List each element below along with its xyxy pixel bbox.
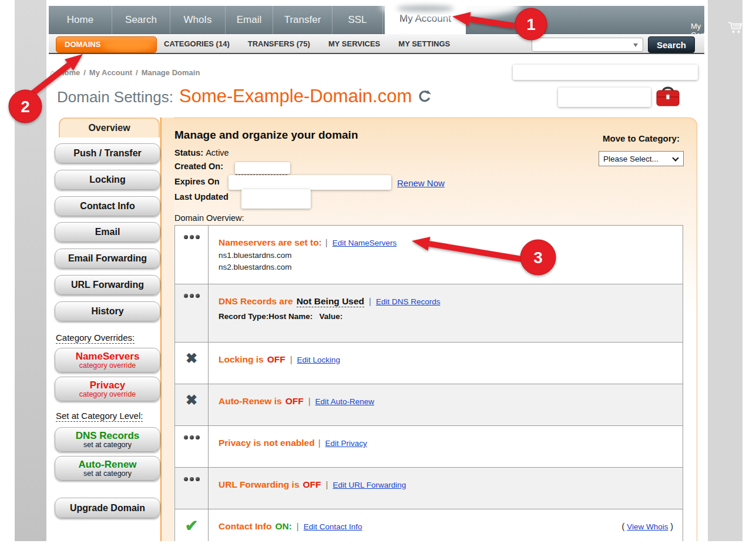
subnav-item-my-settings[interactable]: MY SETTINGS — [398, 39, 450, 48]
category-label: Auto-Renew — [78, 459, 136, 470]
status-value: Active — [206, 148, 229, 157]
desktop-edge-left — [15, 0, 46, 541]
edit-nameservers-link[interactable]: Edit NameServers — [332, 239, 397, 247]
row-title: Nameservers are set to: — [219, 237, 322, 248]
domain-overview-label: Domain Overview: — [174, 213, 244, 223]
domains-tab-label: DOMAINS — [65, 40, 100, 49]
domain-search-combobox[interactable] — [532, 38, 643, 52]
breadcrumb-home[interactable]: Home — [59, 68, 80, 77]
redacted-created-date — [235, 162, 290, 174]
tab-search[interactable]: Search — [112, 6, 170, 34]
account-sub-navigation: DOMAINS CATEGORIES (14) TRANSFERS (75) M… — [49, 34, 704, 54]
override-sublabel: category override — [79, 391, 136, 398]
table-row-privacy: Privacy is not enabled | Edit Privacy — [175, 425, 683, 467]
sidebar-item-auto-renew-category[interactable]: Auto-Renew set at category — [55, 456, 160, 481]
override-label: NameServers — [76, 351, 140, 362]
tab-email[interactable]: Email — [226, 6, 273, 34]
table-row-url-forwarding: URL Forwarding is OFF | Edit URL Forward… — [175, 467, 683, 509]
tab-whois[interactable]: WhoIs — [170, 6, 226, 34]
tab-home[interactable]: Home — [49, 6, 112, 34]
pending-dots-icon — [175, 226, 209, 284]
redacted-box — [558, 88, 651, 107]
redaction-blur-tab — [397, 5, 454, 12]
refresh-icon[interactable] — [418, 89, 432, 103]
top-navigation-bar: Home Search WhoIs Email Transfer SSL My … — [49, 6, 704, 34]
breadcrumb-my-account[interactable]: My Account — [89, 68, 132, 77]
row-title: Contact Info — [219, 521, 271, 532]
row-title: Privacy is not enabled — [219, 438, 315, 448]
category-sublabel: set at category — [83, 441, 132, 449]
subnav-items: CATEGORIES (14) TRANSFERS (75) MY SERVIC… — [164, 34, 450, 53]
status-line: Status: Active — [174, 148, 229, 157]
override-label: Privacy — [90, 380, 126, 391]
subnav-item-my-services[interactable]: MY SERVICES — [328, 39, 380, 48]
sidebar-item-history[interactable]: History — [55, 301, 160, 321]
redaction-blur-domains-count — [102, 39, 154, 52]
table-row-auto-renew: ✖ Auto-Renew is OFF | Edit Auto-Renew — [175, 384, 683, 425]
search-button[interactable]: Search — [648, 36, 695, 53]
expires-on-label: Expires On — [174, 177, 220, 186]
edit-auto-renew-link[interactable]: Edit Auto-Renew — [315, 397, 375, 406]
domain-overview-table: Nameservers are set to: | Edit NameServe… — [174, 225, 683, 547]
row-status: OFF — [267, 354, 285, 365]
edit-privacy-link[interactable]: Edit Privacy — [325, 439, 367, 448]
page-root: Home Search WhoIs Email Transfer SSL My … — [0, 0, 756, 547]
override-sublabel: category override — [79, 362, 136, 370]
subnav-item-domains-active[interactable]: DOMAINS — [56, 36, 157, 53]
sidebar-item-locking[interactable]: Locking — [55, 170, 160, 190]
sidebar-item-url-forwarding[interactable]: URL Forwarding — [55, 275, 160, 295]
subnav-item-transfers[interactable]: TRANSFERS (75) — [248, 39, 310, 48]
sidebar-item-privacy-override[interactable]: Privacy category override — [55, 377, 160, 401]
row-status: ON: — [275, 521, 291, 532]
edit-contact-info-link[interactable]: Edit Contact Info — [304, 522, 362, 531]
move-to-category-select[interactable]: Please Select... — [599, 151, 684, 166]
tab-transfer[interactable]: Transfer — [273, 6, 332, 34]
cart-icon[interactable] — [727, 21, 744, 34]
edit-url-forwarding-link[interactable]: Edit URL Forwarding — [332, 481, 406, 489]
row-status: OFF — [285, 396, 304, 407]
view-whois-link[interactable]: View Whois — [627, 522, 668, 531]
upgrade-domain-button[interactable]: Upgrade Domain — [55, 498, 160, 518]
category-label: DNS Records — [76, 431, 140, 441]
panel-left-strip — [160, 118, 174, 547]
created-on-label: Created On: — [174, 162, 223, 171]
subnav-item-categories[interactable]: CATEGORIES (14) — [164, 39, 230, 48]
edit-dns-records-link[interactable]: Edit DNS Records — [376, 297, 441, 306]
combobox-dropdown-arrow-icon[interactable] — [633, 43, 638, 47]
category-sublabel: set at category — [83, 470, 132, 478]
sidebar-item-contact-info[interactable]: Contact Info — [55, 196, 160, 216]
redacted-updated-date — [241, 189, 311, 209]
main-heading: Manage and organize your domain — [174, 129, 358, 142]
top-nav-tabs: Home Search WhoIs Email Transfer SSL — [49, 6, 383, 34]
row-title: Auto-Renew is — [219, 396, 282, 407]
pending-dots-icon — [175, 284, 209, 342]
x-icon: ✖ — [175, 384, 209, 425]
sidebar-item-overview-active[interactable]: Overview — [59, 118, 160, 137]
breadcrumb: ⌂ Home / My Account / Manage Domain — [50, 68, 200, 78]
nameserver-value: ns1.bluestardns.com — [219, 250, 673, 261]
nameserver-value: ns2.bluestardns.com — [219, 261, 673, 273]
row-title: DNS Records are — [219, 296, 293, 307]
sidebar-item-nameservers-override[interactable]: NameServers category override — [55, 348, 160, 373]
toolbox-icon[interactable] — [654, 85, 681, 108]
redacted-expires-date — [229, 175, 391, 190]
table-row-dns-records: DNS Records are Not Being Used | Edit DN… — [175, 284, 683, 342]
sidebar-item-push-transfer[interactable]: Push / Transfer — [55, 143, 160, 163]
chevron-down-icon — [672, 155, 678, 161]
set-at-category-heading: Set at Category Level: — [56, 411, 143, 421]
select-value: Please Select... — [603, 155, 658, 163]
renew-now-link[interactable]: Renew Now — [397, 178, 445, 188]
redacted-box — [513, 65, 698, 80]
sidebar-item-dns-records-category[interactable]: DNS Records set at category — [55, 427, 160, 452]
tab-ssl[interactable]: SSL — [332, 6, 383, 34]
breadcrumb-separator: / — [136, 68, 138, 77]
move-to-category-label: Move to Category: — [599, 133, 683, 143]
sidebar-item-email-forwarding[interactable]: Email Forwarding — [55, 249, 160, 269]
table-row-nameservers: Nameservers are set to: | Edit NameServe… — [175, 226, 683, 284]
title-domain-name: Some-Example-Domain.com — [179, 86, 412, 107]
edit-locking-link[interactable]: Edit Locking — [297, 355, 341, 364]
breadcrumb-manage-domain: Manage Domain — [142, 68, 200, 77]
sidebar-item-email[interactable]: Email — [55, 222, 160, 242]
category-overrides-heading: Category Overrides: — [56, 333, 135, 343]
dns-record-columns: Record Type:Host Name: Value: — [219, 312, 673, 321]
